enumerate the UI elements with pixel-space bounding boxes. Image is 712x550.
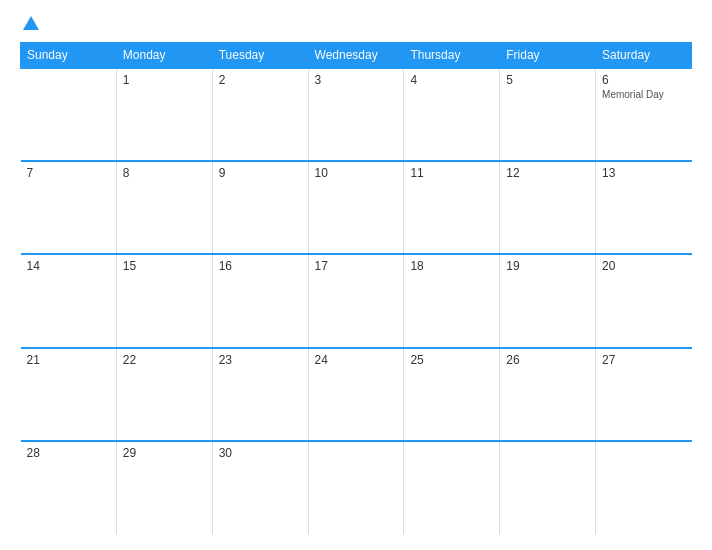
day-number: 26 <box>506 353 589 367</box>
calendar-day-cell: 6Memorial Day <box>596 68 692 161</box>
day-number: 18 <box>410 259 493 273</box>
day-number: 25 <box>410 353 493 367</box>
calendar-day-cell: 30 <box>212 441 308 534</box>
calendar-day-cell: 28 <box>21 441 117 534</box>
column-header-monday: Monday <box>116 43 212 69</box>
day-number: 17 <box>315 259 398 273</box>
day-number: 2 <box>219 73 302 87</box>
day-number: 4 <box>410 73 493 87</box>
calendar-day-cell: 25 <box>404 348 500 441</box>
calendar-day-cell: 8 <box>116 161 212 254</box>
calendar-week-row: 21222324252627 <box>21 348 692 441</box>
column-header-saturday: Saturday <box>596 43 692 69</box>
day-number: 22 <box>123 353 206 367</box>
calendar-day-cell: 3 <box>308 68 404 161</box>
day-number: 3 <box>315 73 398 87</box>
calendar-week-row: 282930 <box>21 441 692 534</box>
day-number: 23 <box>219 353 302 367</box>
holiday-label: Memorial Day <box>602 89 664 100</box>
calendar-week-row: 14151617181920 <box>21 254 692 347</box>
calendar-day-cell: 10 <box>308 161 404 254</box>
day-number: 10 <box>315 166 398 180</box>
calendar-day-cell: 1 <box>116 68 212 161</box>
calendar-day-cell: 19 <box>500 254 596 347</box>
calendar-day-cell: 5 <box>500 68 596 161</box>
day-number: 29 <box>123 446 206 460</box>
calendar-day-cell: 9 <box>212 161 308 254</box>
calendar-day-cell: 16 <box>212 254 308 347</box>
calendar-day-cell <box>21 68 117 161</box>
day-number: 8 <box>123 166 206 180</box>
calendar-day-cell <box>596 441 692 534</box>
day-number: 6 <box>602 73 685 87</box>
day-number: 19 <box>506 259 589 273</box>
calendar-day-cell: 22 <box>116 348 212 441</box>
day-number: 21 <box>27 353 110 367</box>
logo <box>20 16 39 32</box>
day-number: 7 <box>27 166 110 180</box>
calendar-day-cell: 29 <box>116 441 212 534</box>
day-number: 20 <box>602 259 685 273</box>
day-number: 27 <box>602 353 685 367</box>
calendar-header <box>20 16 692 32</box>
calendar-day-cell: 12 <box>500 161 596 254</box>
column-header-tuesday: Tuesday <box>212 43 308 69</box>
logo-triangle-icon <box>23 16 39 30</box>
calendar-day-cell: 13 <box>596 161 692 254</box>
column-header-thursday: Thursday <box>404 43 500 69</box>
calendar-day-cell: 26 <box>500 348 596 441</box>
day-number: 9 <box>219 166 302 180</box>
day-number: 1 <box>123 73 206 87</box>
day-number: 15 <box>123 259 206 273</box>
day-number: 11 <box>410 166 493 180</box>
calendar-day-cell: 14 <box>21 254 117 347</box>
day-number: 28 <box>27 446 110 460</box>
calendar-day-cell: 18 <box>404 254 500 347</box>
day-number: 5 <box>506 73 589 87</box>
calendar-day-cell: 20 <box>596 254 692 347</box>
calendar-day-cell: 11 <box>404 161 500 254</box>
column-header-sunday: Sunday <box>21 43 117 69</box>
calendar-day-cell: 21 <box>21 348 117 441</box>
calendar-table: SundayMondayTuesdayWednesdayThursdayFrid… <box>20 42 692 534</box>
column-header-wednesday: Wednesday <box>308 43 404 69</box>
day-number: 24 <box>315 353 398 367</box>
column-header-friday: Friday <box>500 43 596 69</box>
calendar-day-cell: 2 <box>212 68 308 161</box>
calendar-week-row: 123456Memorial Day <box>21 68 692 161</box>
day-number: 13 <box>602 166 685 180</box>
calendar-header-row: SundayMondayTuesdayWednesdayThursdayFrid… <box>21 43 692 69</box>
calendar-day-cell <box>308 441 404 534</box>
day-number: 14 <box>27 259 110 273</box>
calendar-week-row: 78910111213 <box>21 161 692 254</box>
day-number: 16 <box>219 259 302 273</box>
calendar-day-cell: 23 <box>212 348 308 441</box>
calendar-day-cell <box>404 441 500 534</box>
calendar-day-cell: 27 <box>596 348 692 441</box>
calendar-day-cell: 24 <box>308 348 404 441</box>
calendar-day-cell: 15 <box>116 254 212 347</box>
calendar-day-cell: 7 <box>21 161 117 254</box>
calendar-day-cell <box>500 441 596 534</box>
day-number: 30 <box>219 446 302 460</box>
day-number: 12 <box>506 166 589 180</box>
calendar-day-cell: 4 <box>404 68 500 161</box>
calendar-day-cell: 17 <box>308 254 404 347</box>
